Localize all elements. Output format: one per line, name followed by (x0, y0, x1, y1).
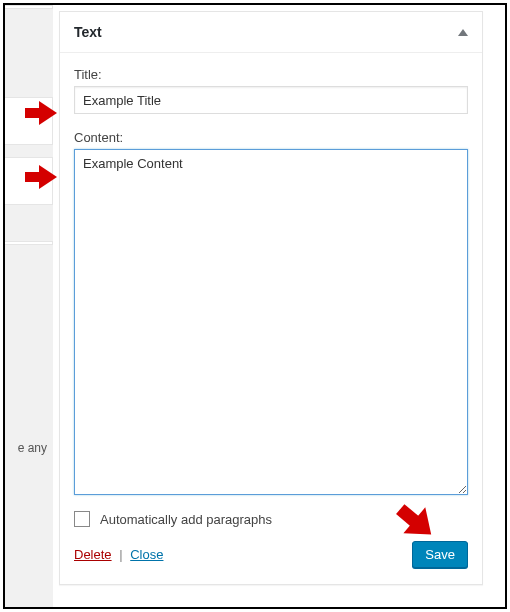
content-textarea[interactable] (74, 149, 468, 495)
link-separator: | (119, 547, 122, 562)
save-button[interactable]: Save (412, 541, 468, 568)
autop-checkbox[interactable] (74, 511, 90, 527)
background-partial-text: e any (5, 441, 47, 455)
widget-body: Title: Content: Automatically add paragr… (60, 53, 482, 584)
close-link[interactable]: Close (130, 547, 163, 562)
title-input[interactable] (74, 86, 468, 114)
autop-label: Automatically add paragraphs (100, 512, 272, 527)
background-sidebar (5, 5, 53, 607)
background-card-sliver (5, 5, 53, 9)
background-card-sliver (5, 241, 53, 245)
widget-title: Text (74, 24, 102, 40)
background-card (5, 97, 53, 145)
text-widget-panel: Text Title: Content: Automatically add p… (59, 11, 483, 585)
widget-header[interactable]: Text (60, 12, 482, 53)
background-card (5, 157, 53, 205)
delete-link[interactable]: Delete (74, 547, 112, 562)
content-label: Content: (74, 130, 468, 145)
footer-links: Delete | Close (74, 547, 163, 562)
collapse-icon (458, 29, 468, 36)
panel-top-strip (59, 3, 483, 5)
title-label: Title: (74, 67, 468, 82)
